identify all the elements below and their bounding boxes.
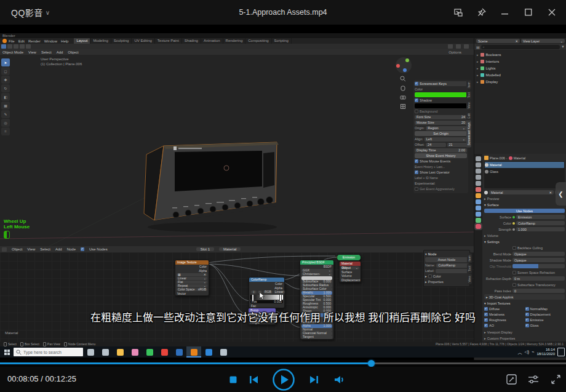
next-button[interactable] (306, 367, 322, 392)
maximize-button[interactable] (518, 4, 539, 20)
app-menu-button[interactable]: QQ影音 (11, 6, 43, 18)
blender-menu-list: FileEditRenderWindowHelp (7, 39, 70, 43)
next-icon (309, 375, 319, 384)
shader-node-canvas: Image Texture Color Alpha ▦✕ Linear⌄ Fla… (0, 252, 474, 342)
properties-tab-icon (476, 224, 481, 229)
qq-player-window: QQ影音 ∨ 5-1.Approach Assets.mp4 (0, 0, 566, 392)
principled-bsdf-node: Principled BSDF BSDF GGX⌄ Christensen-Bu… (300, 260, 334, 340)
vp-menu: View (28, 50, 36, 54)
stop-button[interactable] (225, 367, 241, 392)
expand-caret-icon: ▸ (477, 73, 479, 77)
gizmo-y-axis (405, 58, 409, 62)
use-nodes-button: Use Nodes (484, 209, 565, 213)
shader-npanel-tabs: ItemToolView (467, 254, 473, 285)
outliner-item: ▸ Booleans (474, 51, 566, 58)
time-display: 00:08:05 / 00:12:25 (7, 374, 76, 383)
material-sphere-icon (485, 163, 488, 167)
properties-tab-icon (476, 187, 481, 192)
windows-logo-icon (4, 350, 10, 355)
properties-tab-icon (476, 212, 481, 217)
checkbox-icon (81, 247, 84, 251)
taskbar-app-icons (83, 346, 231, 358)
screenshot-tool-button[interactable] (502, 367, 520, 392)
taskbar-app-icon (216, 346, 231, 358)
chevron-down-icon[interactable]: ∨ (46, 9, 50, 16)
mode-selector: Object Mode (2, 50, 23, 54)
mini-mode-button[interactable] (448, 4, 469, 20)
taskbar-app-icon (186, 346, 201, 358)
scene-selector-row: Scene✕ View Layer⌄ (474, 38, 566, 44)
previous-button[interactable] (245, 367, 261, 392)
player-titlebar: QQ影音 ∨ 5-1.Approach Assets.mp4 (0, 0, 566, 25)
taskbar-app-icon (83, 346, 98, 358)
coat-applink-section: ▸3D-Coat Applink (484, 294, 565, 300)
progress-handle[interactable] (368, 360, 375, 367)
npanel-tab: Edit (466, 111, 471, 121)
checkbox-icon (415, 159, 418, 163)
emission-node: Emission (337, 254, 361, 261)
system-tray: ︿ ◁) ⌁ 16:14 18/11/2020 (517, 348, 565, 356)
material-slot-list: Material Glass (484, 161, 565, 188)
material-sphere-icon (485, 170, 488, 174)
navigation-gizmo (396, 57, 412, 73)
object-icon (484, 156, 488, 160)
close-button[interactable] (541, 4, 562, 20)
socket-dot-icon (512, 222, 515, 225)
shader-editor-header: Object View Select Add Node Use Nodes Sl… (0, 246, 474, 252)
volume-icon (334, 375, 345, 384)
npanel-tab: View (467, 274, 472, 284)
properties-tab-icon (476, 193, 481, 198)
stop-icon (229, 376, 237, 383)
workspace-tab: Scripting (272, 38, 292, 44)
npanel-tabs: ItemToolViewEditScreencast Keys (466, 80, 473, 148)
play-button[interactable] (272, 367, 295, 392)
viewport-nav-icons (400, 76, 406, 110)
node-name-field: ColorRamp (436, 263, 468, 268)
workspace-tab: UV Editing (132, 38, 154, 44)
view-layer-selector: View Layer⌄ (521, 39, 565, 43)
expand-caret-icon: ▸ (477, 53, 479, 57)
number-field: Font Size24 (415, 115, 467, 119)
expand-caret-icon: ▸ (477, 60, 479, 63)
checkbox-icon (512, 271, 516, 274)
settings-button[interactable] (524, 367, 543, 392)
fullscreen-button[interactable] (546, 367, 565, 392)
volume-button[interactable] (331, 367, 347, 392)
workspace-tabs: LayoutModelingSculptingUV EditingTexture… (74, 38, 292, 44)
select-mode-icon (14, 44, 18, 49)
outliner-search-input: ⌕ (481, 45, 560, 49)
scene-statistics: Plane.006 | Verts 5,557 | Faces 4,938 | … (436, 342, 564, 346)
properties-tab-icon (476, 162, 481, 167)
playlist-toggle-handle[interactable]: ❮ (556, 182, 566, 206)
search-icon (16, 350, 22, 355)
pin-button[interactable] (471, 4, 492, 20)
checkbox-icon (415, 82, 418, 86)
mouse-indicator-icon (4, 231, 10, 239)
material-sphere-icon (484, 191, 488, 194)
outliner-item: ▸ Interiors (474, 58, 566, 65)
workspace-tab: Texture Paint (155, 38, 182, 44)
outliner-item: ▸ Lights (474, 65, 566, 71)
seek-bar[interactable] (0, 360, 566, 367)
video-subtitle: 在粗糙度上做一些改动注意到它对它没有任何作用 所以我想 我们稍后再删除它 好吗 (0, 309, 566, 324)
viewport-header: Object Mode View Select Add Object Optio… (0, 49, 474, 55)
properties-tab-icon (476, 181, 481, 186)
select-mode-icon (7, 44, 12, 49)
mouse-icon (64, 342, 67, 346)
material-name-field: Material✕ (489, 190, 554, 194)
proportional-edit-icon (464, 44, 469, 49)
start-button (0, 346, 14, 358)
properties-tab-icon (476, 175, 481, 180)
vp-menu: Object (68, 50, 78, 54)
select-mode-icon (20, 44, 25, 49)
gizmo-z-axis (403, 68, 407, 72)
shader-npanel: ▾Node Asset Node Name:ColorRamp Label: ▸… (423, 250, 470, 287)
close-icon (548, 9, 556, 16)
menu-item: Window (44, 39, 57, 43)
minimize-button[interactable] (495, 4, 516, 20)
zoom-icon (400, 76, 406, 82)
material-icon (509, 156, 512, 160)
video-display-area[interactable]: Blender FileEditRenderWindowHelp LayoutM… (0, 25, 566, 360)
number-field: Mouse Size20 (415, 121, 467, 125)
outliner-item: ▸ Display (474, 78, 566, 85)
